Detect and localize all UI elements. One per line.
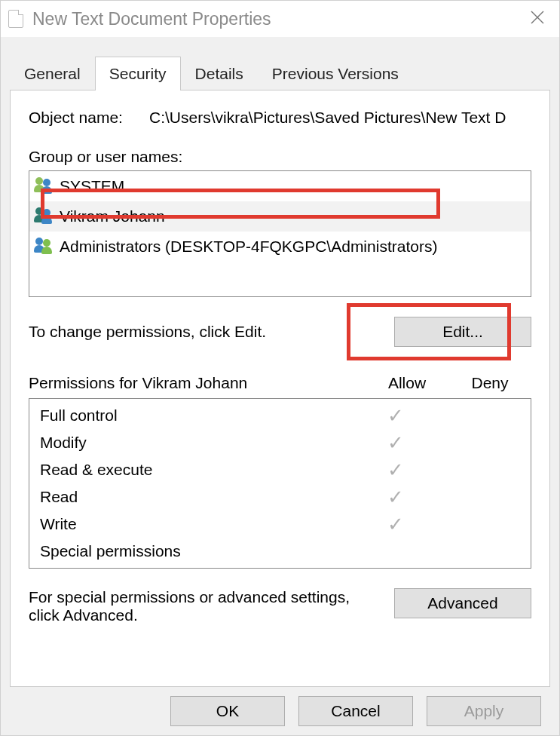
permission-name: Modify bbox=[40, 434, 354, 452]
ok-button[interactable]: OK bbox=[170, 696, 285, 726]
tab-security[interactable]: Security bbox=[95, 57, 181, 90]
users-icon bbox=[34, 207, 55, 225]
permission-allow: ✓ bbox=[354, 514, 437, 534]
titlebar: New Text Document Properties bbox=[1, 1, 559, 37]
permission-row: Write✓ bbox=[29, 511, 531, 538]
permission-name: Read & execute bbox=[40, 461, 354, 479]
check-icon: ✓ bbox=[387, 406, 404, 425]
advanced-button[interactable]: Advanced bbox=[394, 588, 531, 618]
group-item-label: Vikram Johann bbox=[60, 207, 165, 225]
permission-allow: ✓ bbox=[354, 487, 437, 507]
close-icon[interactable] bbox=[523, 5, 552, 33]
edit-button[interactable]: Edit... bbox=[394, 317, 531, 347]
tab-details[interactable]: Details bbox=[181, 57, 258, 90]
object-name-label: Object name: bbox=[29, 109, 149, 127]
permissions-list: Full control✓Modify✓Read & execute✓Read✓… bbox=[29, 398, 531, 569]
group-item[interactable]: SYSTEM bbox=[29, 171, 531, 201]
group-item[interactable]: Vikram Johann bbox=[29, 201, 531, 232]
document-icon bbox=[8, 10, 23, 28]
tab-page-security: Object name: C:\Users\vikra\Pictures\Sav… bbox=[10, 90, 550, 687]
permissions-header: Permissions for Vikram Johann bbox=[29, 374, 366, 392]
permission-row: Special permissions bbox=[29, 538, 531, 565]
permission-name: Special permissions bbox=[40, 542, 354, 560]
group-item[interactable]: Administrators (DESKTOP-4FQKGPC\Administ… bbox=[29, 232, 531, 262]
users-icon bbox=[34, 177, 55, 195]
permission-name: Write bbox=[40, 515, 354, 533]
window-title: New Text Document Properties bbox=[32, 9, 523, 29]
permission-allow: ✓ bbox=[354, 406, 437, 425]
tab-strip: GeneralSecurityDetailsPrevious Versions bbox=[1, 52, 559, 90]
permission-row: Full control✓ bbox=[29, 402, 531, 429]
permission-allow: ✓ bbox=[354, 460, 437, 480]
tab-general[interactable]: General bbox=[10, 57, 95, 90]
tab-previous-versions[interactable]: Previous Versions bbox=[258, 57, 413, 90]
check-icon: ✓ bbox=[387, 487, 404, 507]
permission-name: Full control bbox=[40, 406, 354, 425]
group-user-list[interactable]: SYSTEMVikram JohannAdministrators (DESKT… bbox=[29, 170, 531, 297]
group-list-label: Group or user names: bbox=[29, 148, 531, 166]
permission-allow: ✓ bbox=[354, 433, 437, 452]
cancel-button[interactable]: Cancel bbox=[298, 696, 413, 726]
group-item-label: SYSTEM bbox=[60, 177, 124, 195]
dialog-footer: OK Cancel Apply bbox=[1, 687, 559, 735]
permission-row: Read✓ bbox=[29, 483, 531, 511]
permissions-header-prefix: Permissions for bbox=[29, 374, 142, 391]
check-icon: ✓ bbox=[387, 514, 404, 534]
users-icon bbox=[34, 238, 55, 256]
object-name-value: C:\Users\vikra\Pictures\Saved Pictures\N… bbox=[149, 109, 506, 127]
properties-dialog: New Text Document Properties GeneralSecu… bbox=[0, 0, 560, 736]
column-deny: Deny bbox=[448, 374, 531, 392]
advanced-hint-text: For special permissions or advanced sett… bbox=[29, 588, 394, 624]
permission-row: Modify✓ bbox=[29, 429, 531, 456]
group-item-label: Administrators (DESKTOP-4FQKGPC\Administ… bbox=[60, 238, 437, 256]
check-icon: ✓ bbox=[387, 433, 404, 452]
column-allow: Allow bbox=[366, 374, 448, 392]
edit-hint-text: To change permissions, click Edit. bbox=[29, 323, 394, 341]
permissions-header-user: Vikram Johann bbox=[142, 374, 248, 391]
permission-row: Read & execute✓ bbox=[29, 456, 531, 483]
check-icon: ✓ bbox=[387, 460, 404, 480]
permission-name: Read bbox=[40, 488, 354, 506]
apply-button[interactable]: Apply bbox=[427, 696, 541, 726]
